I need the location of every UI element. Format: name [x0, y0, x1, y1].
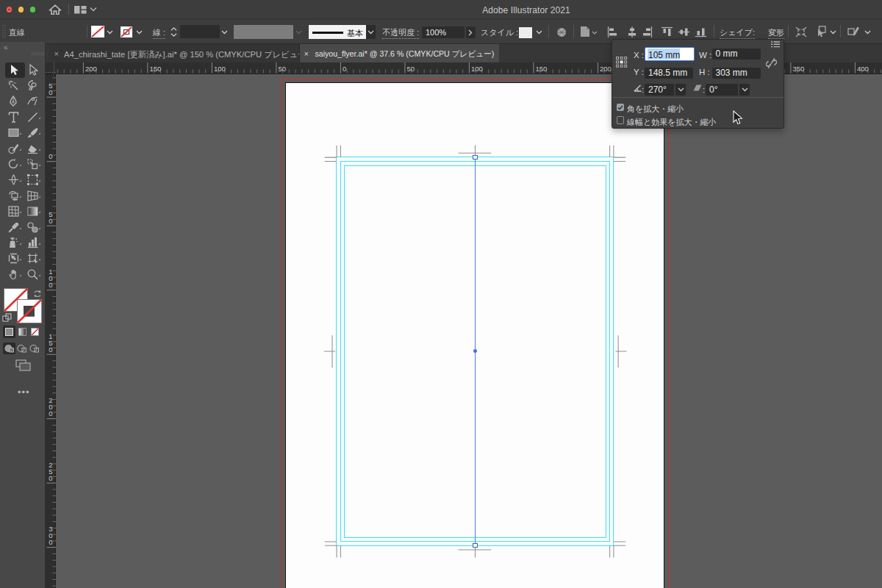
svg-text:0: 0: [49, 345, 52, 354]
svg-text:0: 0: [49, 217, 52, 225]
svg-text:350: 350: [792, 65, 804, 73]
svg-text:0: 0: [343, 65, 346, 73]
svg-text:0: 0: [49, 409, 52, 417]
svg-text:150: 150: [149, 65, 161, 73]
svg-text:0: 0: [49, 88, 52, 96]
svg-text:50: 50: [278, 65, 286, 73]
svg-text:100: 100: [214, 65, 226, 73]
svg-text:400: 400: [857, 65, 869, 73]
svg-text:150: 150: [535, 65, 547, 73]
svg-text:200: 200: [85, 65, 97, 73]
svg-text:0: 0: [49, 538, 52, 546]
svg-text:50: 50: [406, 65, 415, 73]
svg-text:200: 200: [600, 65, 612, 73]
svg-text:0: 0: [49, 152, 52, 160]
svg-text:100: 100: [471, 65, 483, 73]
svg-text:0: 0: [49, 281, 52, 289]
svg-text:0: 0: [49, 474, 52, 482]
